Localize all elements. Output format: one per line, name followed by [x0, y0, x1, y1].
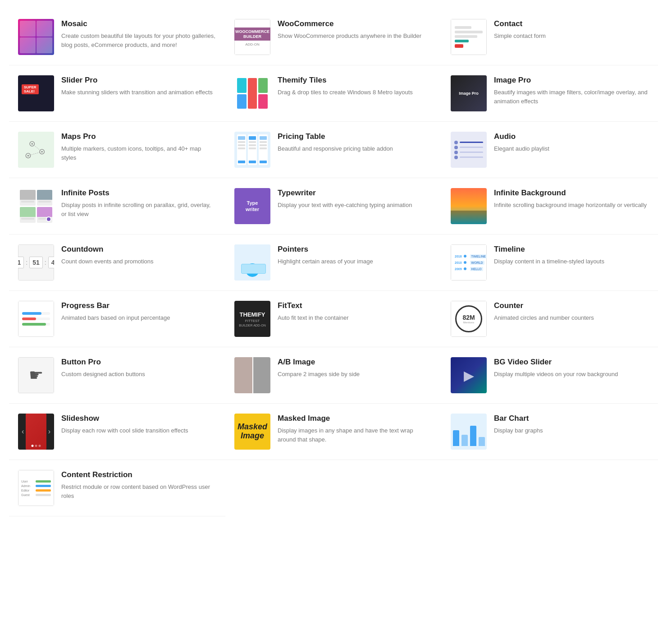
svg-rect-0	[20, 134, 52, 166]
addon-item-pointers[interactable]: + PointersHighlight certain areas of you…	[225, 235, 442, 291]
addon-desc-button-pro: Custom designed action buttons	[61, 370, 216, 379]
addon-item-infinite-posts[interactable]: Infinite PostsDisplay posts in infinite …	[9, 178, 225, 235]
addon-desc-progress-bar: Animated bars based on input percentage	[61, 313, 216, 322]
addon-title-progress-bar: Progress Bar	[61, 301, 216, 311]
addon-desc-maps-pro: Multiple markers, custom icons, tooltips…	[61, 144, 216, 162]
addon-title-fittext: FitText	[278, 301, 433, 311]
addon-item-countdown[interactable]: 11:51:42CountdownCount down events and p…	[9, 235, 225, 291]
addon-item-masked-image[interactable]: MaskedImageMasked ImageDisplay images in…	[225, 404, 442, 460]
addon-title-button-pro: Button Pro	[61, 357, 216, 367]
addon-item-audio[interactable]: AudioElegant audio playlist	[442, 122, 658, 178]
thumb-woo: WOOCOMMERCEBUILDERADD-ON	[234, 19, 270, 55]
addon-grid: MosaicCreate custom beautiful tile layou…	[9, 9, 658, 516]
addon-desc-pricing-table: Beautiful and responsive pricing table a…	[278, 144, 433, 153]
thumb-mosaic	[18, 19, 54, 55]
addon-content-contact: ContactSimple contact form	[494, 19, 649, 41]
addon-content-counter: CounterAnimated circles and number count…	[494, 301, 649, 322]
addon-desc-pointers: Highlight certain areas of your image	[278, 257, 433, 266]
addon-title-masked-image: Masked Image	[278, 414, 433, 423]
addon-content-button-pro: Button ProCustom designed action buttons	[61, 357, 216, 379]
thumb-tiles	[234, 75, 270, 111]
addon-desc-themify-tiles: Drag & drop tiles to create Windows 8 Me…	[278, 88, 433, 97]
addon-item-slider-pro[interactable]: SUPERSALE!Slider ProMake stunning slider…	[9, 65, 225, 122]
addon-title-audio: Audio	[494, 132, 649, 142]
addon-title-woocommerce: WooCommerce	[278, 19, 433, 29]
addon-title-image-pro: Image Pro	[494, 75, 649, 85]
thumb-pricing	[234, 132, 270, 168]
addon-content-progress-bar: Progress BarAnimated bars based on input…	[61, 301, 216, 322]
thumb-countdown: 11:51:42	[18, 244, 54, 281]
addon-item-pricing-table[interactable]: Pricing TableBeautiful and responsive pr…	[225, 122, 442, 178]
addon-item-bar-chart[interactable]: Bar ChartDisplay bar graphs	[442, 404, 658, 460]
addon-item-content-restriction[interactable]: User Admin Editor Guest Content Restrict…	[9, 460, 225, 516]
thumb-button-pro: ☛	[18, 357, 54, 393]
addon-title-pointers: Pointers	[278, 244, 433, 254]
addon-item-bg-video-slider[interactable]: ▶BG Video SliderDisplay multiple videos …	[442, 347, 658, 404]
addon-item-slideshow[interactable]: ‹ › SlideshowDisplay each row with cool …	[9, 404, 225, 460]
addon-desc-ab-image: Compare 2 images side by side	[278, 370, 433, 379]
thumb-contact	[451, 19, 487, 55]
thumb-content-restriction: User Admin Editor Guest	[18, 470, 54, 506]
addon-title-typewriter: Typewriter	[278, 188, 433, 198]
addon-item-button-pro[interactable]: ☛Button ProCustom designed action button…	[9, 347, 225, 404]
thumb-image-pro: Image Pro	[451, 75, 487, 111]
addon-item-maps-pro[interactable]: Maps ProMultiple markers, custom icons, …	[9, 122, 225, 178]
addon-title-bar-chart: Bar Chart	[494, 414, 649, 423]
addon-title-infinite-background: Infinite Background	[494, 188, 649, 198]
addon-title-infinite-posts: Infinite Posts	[61, 188, 216, 198]
addon-item-fittext[interactable]: THEMIFY FITTEST BUILDER ADD-ON FitTextAu…	[225, 291, 442, 347]
thumb-audio	[451, 132, 487, 168]
addon-content-infinite-posts: Infinite PostsDisplay posts in infinite …	[61, 188, 216, 218]
addon-desc-typewriter: Display your text with eye-catching typi…	[278, 201, 433, 210]
addon-title-themify-tiles: Themify Tiles	[278, 75, 433, 85]
addon-title-slider-pro: Slider Pro	[61, 75, 216, 85]
addon-content-pointers: PointersHighlight certain areas of your …	[278, 244, 433, 266]
thumb-ab-image	[234, 357, 270, 393]
thumb-barchart	[451, 414, 487, 450]
addon-content-audio: AudioElegant audio playlist	[494, 132, 649, 153]
addon-desc-slideshow: Display each row with cool slide transit…	[61, 426, 216, 435]
addon-desc-fittext: Auto fit text in the container	[278, 313, 433, 322]
thumb-infinite-posts	[18, 188, 54, 224]
addon-title-pricing-table: Pricing Table	[278, 132, 433, 142]
addon-item-ab-image[interactable]: A/B ImageCompare 2 images side by side	[225, 347, 442, 404]
addon-desc-bar-chart: Display bar graphs	[494, 426, 649, 435]
thumb-maps	[18, 132, 54, 168]
thumb-fittext: THEMIFY FITTEST BUILDER ADD-ON	[234, 301, 270, 337]
addon-desc-infinite-background: Infinite scrolling background image hori…	[494, 201, 649, 210]
addon-title-maps-pro: Maps Pro	[61, 132, 216, 142]
addon-content-ab-image: A/B ImageCompare 2 images side by side	[278, 357, 433, 379]
addon-content-themify-tiles: Themify TilesDrag & drop tiles to create…	[278, 75, 433, 97]
addon-content-typewriter: TypewriterDisplay your text with eye-cat…	[278, 188, 433, 210]
addon-item-contact[interactable]: ContactSimple contact form	[442, 9, 658, 65]
addon-title-timeline: Timeline	[494, 244, 649, 254]
addon-content-timeline: TimelineDisplay content in a timeline-st…	[494, 244, 649, 266]
thumb-counter: 82MMentions	[451, 301, 487, 337]
addon-desc-timeline: Display content in a timeline-styled lay…	[494, 257, 649, 266]
addon-desc-image-pro: Beautify images with image filters, colo…	[494, 88, 649, 106]
addon-desc-woocommerce: Show WooCommerce products anywhere in th…	[278, 32, 433, 41]
addon-content-slider-pro: Slider ProMake stunning sliders with tra…	[61, 75, 216, 97]
addon-item-themify-tiles[interactable]: Themify TilesDrag & drop tiles to create…	[225, 65, 442, 122]
addon-content-countdown: CountdownCount down events and promotion…	[61, 244, 216, 266]
addon-item-timeline[interactable]: 2016TIMELINE 2010WORLD 2009HELLO Timelin…	[442, 235, 658, 291]
addon-item-infinite-background[interactable]: Infinite BackgroundInfinite scrolling ba…	[442, 178, 658, 235]
addon-item-image-pro[interactable]: Image ProImage ProBeautify images with i…	[442, 65, 658, 122]
addon-content-bg-video-slider: BG Video SliderDisplay multiple videos o…	[494, 357, 649, 379]
addon-title-contact: Contact	[494, 19, 649, 29]
addon-content-pricing-table: Pricing TableBeautiful and responsive pr…	[278, 132, 433, 153]
addon-desc-audio: Elegant audio playlist	[494, 144, 649, 153]
addon-item-typewriter[interactable]: TypewriterTypewriterDisplay your text wi…	[225, 178, 442, 235]
addon-content-fittext: FitTextAuto fit text in the container	[278, 301, 433, 322]
thumb-infinite-bg	[451, 188, 487, 224]
addon-item-mosaic[interactable]: MosaicCreate custom beautiful tile layou…	[9, 9, 225, 65]
addon-desc-infinite-posts: Display posts in infinite scrolling on p…	[61, 201, 216, 218]
addon-desc-slider-pro: Make stunning sliders with transition an…	[61, 88, 216, 97]
thumb-progress	[18, 301, 54, 337]
addon-content-masked-image: Masked ImageDisplay images in any shape …	[278, 414, 433, 444]
addon-content-bar-chart: Bar ChartDisplay bar graphs	[494, 414, 649, 435]
thumb-typewriter: Typewriter	[234, 188, 270, 224]
addon-item-woocommerce[interactable]: WOOCOMMERCEBUILDERADD-ONWooCommerceShow …	[225, 9, 442, 65]
addon-item-counter[interactable]: 82MMentions CounterAnimated circles and …	[442, 291, 658, 347]
addon-item-progress-bar[interactable]: Progress BarAnimated bars based on input…	[9, 291, 225, 347]
